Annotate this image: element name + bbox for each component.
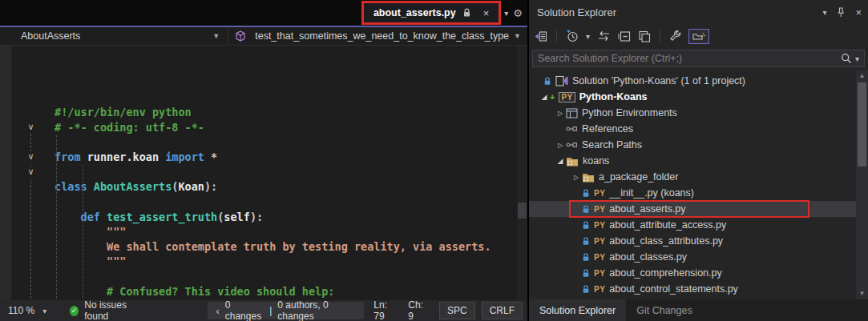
tree-row[interactable]: ◢koans (529, 153, 868, 169)
tree-row[interactable]: ▷Python Environments (529, 105, 868, 121)
issues-indicator[interactable]: ✓ No issues found (70, 299, 146, 321)
editor-group: about_asserts.py × ▾ ⚙ AboutAsserts ▼ (0, 0, 527, 321)
scroll-up-icon[interactable]: ▲ (856, 70, 868, 82)
show-all-files-icon[interactable] (688, 29, 709, 44)
tree-row[interactable]: PYabout_asserts.py (529, 201, 868, 217)
tree-scrollbar-thumb[interactable] (858, 82, 866, 167)
code-token (55, 225, 107, 238)
code-line[interactable]: # -*- coding: utf-8 -*- (55, 120, 527, 135)
panel-tab-git-changes[interactable]: Git Changes (626, 299, 702, 321)
method-dropdown[interactable]: test_that_sometimes_we_need_to_know_the_… (228, 27, 527, 45)
collapse-arrow-icon[interactable]: ◢ (555, 157, 566, 165)
code-line[interactable]: # (55, 299, 527, 300)
panel-header-icons: ▾ × (822, 6, 862, 18)
solution-tree: Solution 'Python-Koans' (1 of 1 project)… (529, 70, 868, 299)
tab-list-chevron-icon[interactable]: ▾ (504, 9, 508, 18)
code-editor[interactable]: ∨∨∨ #!/usr/bin/env python# -*- coding: u… (0, 46, 527, 300)
chevron-down-icon: ▼ (212, 32, 220, 40)
fold-chevron-icon[interactable]: ∨ (25, 167, 37, 179)
expand-arrow-icon[interactable]: ▷ (555, 110, 566, 117)
editor-scrollbar-thumb[interactable] (518, 203, 527, 219)
tree-row[interactable]: PYabout_attribute_access.py (529, 217, 868, 233)
code-lines: #!/usr/bin/env python# -*- coding: utf-8… (43, 46, 527, 300)
code-line[interactable]: # Confused? This video should help: (55, 284, 527, 299)
lock-icon (582, 269, 590, 278)
window-menu-chevron-icon[interactable]: ▾ (822, 8, 826, 17)
code-line[interactable]: """ (55, 224, 527, 239)
lock-icon (582, 189, 590, 198)
lock-icon (543, 77, 551, 86)
scroll-down-icon[interactable]: ▼ (856, 288, 868, 299)
py-icon: PY (594, 205, 605, 214)
tree-row[interactable]: PYabout_comprehension.py (529, 265, 868, 281)
panel-bottom-tabs: Solution ExplorerGit Changes (529, 299, 868, 321)
code-line[interactable]: We shall contemplate truth by testing re… (55, 239, 527, 255)
tree-row[interactable]: PYabout_control_statements.py (529, 281, 868, 297)
expand-arrow-icon[interactable]: ▷ (555, 142, 566, 149)
lock-icon (582, 205, 590, 214)
properties-wrench-icon[interactable] (669, 30, 681, 42)
code-line[interactable] (55, 269, 527, 284)
class-dropdown-label: AboutAsserts (21, 30, 80, 42)
status-bar: 110 % ▾ ✓ No issues found ‹ 0 changes | … (0, 300, 527, 321)
code-token: #!/usr/bin/env python (55, 106, 192, 118)
refs-icon (566, 141, 578, 149)
pybox-icon: PY (559, 92, 575, 102)
sync-with-active-document-icon[interactable] (597, 30, 611, 42)
tree-row[interactable]: References (529, 121, 868, 137)
pending-changes-filter-icon[interactable] (566, 30, 579, 42)
tree-row[interactable]: Solution 'Python-Koans' (1 of 1 project) (529, 73, 868, 89)
tree-row[interactable]: PY__init__.py (koans) (529, 185, 868, 201)
collapse-all-icon[interactable] (618, 30, 631, 42)
tree-item-label: Search Paths (582, 139, 642, 150)
whitespace-mode-button[interactable]: SPC (439, 302, 475, 319)
expand-arrow-icon[interactable]: ▷ (571, 174, 582, 181)
tree-row[interactable]: ▷a_package_folder (529, 169, 868, 185)
filter-dropdown-chevron-icon[interactable]: ▾ (586, 32, 590, 41)
code-line[interactable]: """ (55, 254, 527, 269)
folder-icon (582, 172, 595, 183)
switch-views-icon[interactable] (534, 30, 547, 42)
tab-close-icon[interactable]: × (482, 7, 491, 19)
document-tab[interactable]: about_asserts.py × (364, 3, 499, 22)
search-icon[interactable] (841, 53, 852, 64)
source-control-status[interactable]: ‹ 0 changes | 0 authors, 0 changes (208, 302, 364, 319)
code-line[interactable] (55, 135, 527, 150)
code-token: def (81, 211, 100, 223)
tree-scrollbar[interactable]: ▲ ▼ (856, 70, 868, 299)
code-token: self (224, 211, 250, 223)
zoom-control[interactable]: 110 % ▾ (0, 305, 57, 316)
code-line[interactable]: class AboutAsserts(Koan): (55, 179, 527, 195)
tab-label: about_asserts.py (373, 7, 456, 18)
fold-chevron-icon[interactable]: ∨ (25, 122, 37, 134)
collapse-arrow-icon[interactable]: ◢ (539, 93, 550, 101)
tree-row[interactable]: PYabout_classes.py (529, 249, 868, 265)
code-token (55, 285, 107, 298)
code-line[interactable]: def test_assert_truth(self): (55, 210, 527, 225)
preview-selected-items-icon[interactable] (638, 30, 651, 42)
search-solution-explorer-input[interactable]: Search Solution Explorer (Ctrl+;) ▾ (532, 50, 865, 67)
code-token: """ (107, 225, 126, 238)
search-options-chevron-icon[interactable]: ▾ (855, 54, 859, 63)
glyph-margin (0, 46, 11, 300)
panel-tab-solution-explorer[interactable]: Solution Explorer (529, 299, 626, 321)
line-ending-button[interactable]: CRLF (482, 302, 523, 319)
tree-item-label: about_classes.py (609, 251, 687, 263)
code-line[interactable]: #!/usr/bin/env python (55, 105, 527, 120)
close-icon[interactable]: × (855, 6, 862, 18)
editor-scrollbar[interactable] (517, 46, 527, 300)
fold-chevron-icon[interactable]: ∨ (25, 151, 37, 163)
tree-item-label: about_class_attributes.py (609, 235, 723, 247)
py-icon: PY (594, 189, 605, 198)
code-line[interactable] (55, 165, 527, 180)
tree-row[interactable]: ◢+PYPython-Koans (529, 89, 868, 105)
tree-row[interactable]: ▷Search Paths (529, 137, 868, 153)
pin-icon[interactable] (836, 7, 846, 18)
line-indicator[interactable]: Ln: 79 (364, 299, 398, 321)
code-line[interactable]: from runner.koan import * (55, 150, 527, 165)
tree-row[interactable]: PYabout_class_attributes.py (529, 233, 868, 249)
settings-gear-icon[interactable]: ⚙ (513, 7, 523, 19)
class-dropdown[interactable]: AboutAsserts ▼ (0, 27, 228, 45)
code-line[interactable] (55, 195, 527, 210)
column-indicator[interactable]: Ch: 9 (398, 299, 433, 321)
